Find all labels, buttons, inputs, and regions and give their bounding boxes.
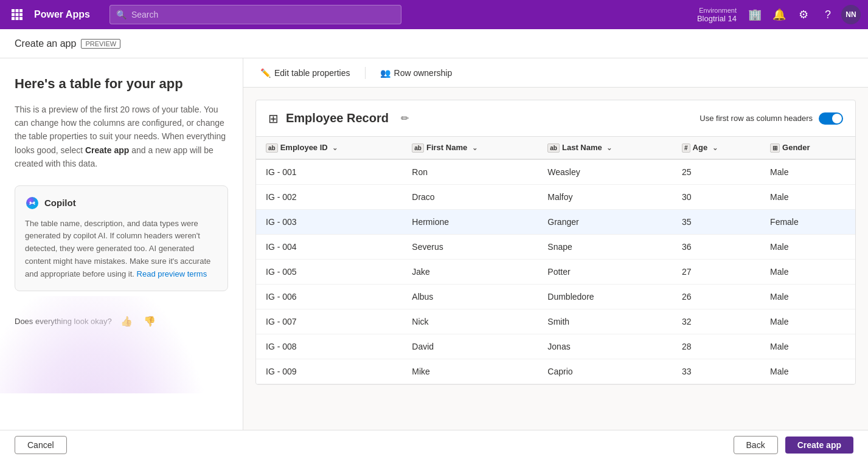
col-age[interactable]: #Age ⌄ (672, 137, 760, 159)
svg-point-11 (33, 201, 35, 203)
bg-arc-shape (0, 296, 213, 393)
col-gender[interactable]: ⊞Gender (760, 137, 855, 159)
cell-employee-id: IG - 001 (256, 159, 402, 185)
avatar[interactable]: NN (841, 5, 861, 24)
row-ownership-button[interactable]: 👥 Row ownership (373, 64, 460, 81)
table-row[interactable]: IG - 006 Albus Dumbledore 26 Male (256, 285, 855, 309)
table-row[interactable]: IG - 002 Draco Malfoy 30 Male (256, 185, 855, 210)
cell-last-name: Caprio (538, 359, 672, 384)
cell-last-name: Weasley (538, 159, 672, 185)
cell-first-name: Jake (402, 260, 538, 285)
sort-last-name-icon: ⌄ (606, 144, 612, 151)
cell-age: 28 (672, 334, 760, 359)
nav-right-section: Environment Blogtrial 14 🏢 🔔 ⚙ ? NN (697, 4, 861, 26)
environment-info: Environment Blogtrial 14 (697, 7, 737, 23)
svg-rect-7 (16, 17, 19, 20)
cell-employee-id: IG - 007 (256, 309, 402, 334)
main-layout: Here's a table for your app This is a pr… (0, 58, 868, 430)
feedback-row: Does everything look okay? 👍 👎 (15, 313, 228, 330)
cell-last-name: Malfoy (538, 185, 672, 210)
right-panel: ✏️ Edit table properties 👥 Row ownership… (243, 58, 868, 430)
cell-last-name: Potter (538, 260, 672, 285)
cell-last-name: Smith (538, 309, 672, 334)
cell-employee-id: IG - 009 (256, 359, 402, 384)
environment-label: Environment (699, 7, 737, 14)
svg-rect-3 (12, 13, 15, 16)
table-row[interactable]: IG - 009 Mike Caprio 33 Male (256, 359, 855, 384)
preview-terms-link[interactable]: Read preview terms (137, 269, 207, 278)
background-decoration (0, 296, 243, 393)
cell-employee-id: IG - 002 (256, 185, 402, 210)
employee-table: abEmployee ID ⌄ abFirst Name ⌄ abLast Na… (256, 137, 855, 384)
bottom-bar: Cancel Back Create app (0, 430, 868, 459)
edit-table-title-button[interactable]: ✏ (396, 110, 414, 126)
svg-rect-8 (19, 17, 23, 20)
edit-icon: ✏️ (260, 68, 271, 78)
search-icon: 🔍 (116, 10, 127, 19)
left-panel-title: Here's a table for your app (15, 75, 228, 93)
help-icon[interactable]: ? (817, 4, 839, 26)
cell-gender: Male (760, 260, 855, 285)
table-row[interactable]: IG - 007 Nick Smith 32 Male (256, 309, 855, 334)
sort-employee-id-icon: ⌄ (332, 144, 338, 151)
cell-first-name: Ron (402, 159, 538, 185)
cell-first-name: Nick (402, 309, 538, 334)
cell-gender: Male (760, 285, 855, 309)
back-button[interactable]: Back (734, 436, 778, 454)
notifications-icon[interactable]: 🔔 (768, 4, 790, 26)
feedback-label: Does everything look okay? (15, 317, 112, 326)
cell-last-name: Granger (538, 210, 672, 235)
cell-age: 32 (672, 309, 760, 334)
table-card: ⊞ Employee Record ✏ Use first row as col… (255, 100, 856, 385)
col-employee-id-label: Employee ID (280, 143, 328, 152)
table-row[interactable]: IG - 004 Severus Snape 36 Male (256, 235, 855, 260)
create-app-button[interactable]: Create app (785, 437, 853, 454)
edit-table-label: Edit table properties (274, 68, 350, 78)
table-row[interactable]: IG - 008 David Jonas 28 Male (256, 334, 855, 359)
cell-employee-id: IG - 008 (256, 334, 402, 359)
table-body: IG - 001 Ron Weasley 25 Male IG - 002 Dr… (256, 159, 855, 384)
edit-table-properties-button[interactable]: ✏️ Edit table properties (253, 64, 358, 81)
table-container: ⊞ Employee Record ✏ Use first row as col… (243, 88, 868, 430)
col-employee-id[interactable]: abEmployee ID ⌄ (256, 137, 402, 159)
cell-age: 26 (672, 285, 760, 309)
svg-point-10 (30, 201, 32, 203)
sort-first-name-icon: ⌄ (472, 144, 477, 151)
table-row[interactable]: IG - 001 Ron Weasley 25 Male (256, 159, 855, 185)
cell-last-name: Dumbledore (538, 285, 672, 309)
thumbs-up-button[interactable]: 👍 (118, 313, 135, 330)
svg-rect-2 (19, 9, 23, 12)
cancel-button[interactable]: Cancel (15, 436, 67, 454)
copilot-header: Copilot (25, 196, 218, 210)
cell-gender: Male (760, 185, 855, 210)
col-last-name[interactable]: abLast Name ⌄ (538, 137, 672, 159)
cell-employee-id: IG - 005 (256, 260, 402, 285)
cell-gender: Male (760, 359, 855, 384)
table-row[interactable]: IG - 003 Hermione Granger 35 Female (256, 210, 855, 235)
cell-age: 33 (672, 359, 760, 384)
svg-rect-0 (12, 9, 15, 12)
first-row-header-toggle[interactable] (819, 112, 843, 125)
thumbs-down-button[interactable]: 👎 (141, 313, 158, 330)
search-bar[interactable]: 🔍 (109, 5, 401, 24)
environment-icon[interactable]: 🏢 (744, 4, 766, 26)
row-ownership-icon: 👥 (380, 68, 391, 78)
sub-header: Create an app PREVIEW (0, 29, 868, 58)
cell-employee-id: IG - 003 (256, 210, 402, 235)
cell-last-name: Jonas (538, 334, 672, 359)
table-row[interactable]: IG - 005 Jake Potter 27 Male (256, 260, 855, 285)
table-scroll-wrapper[interactable]: abEmployee ID ⌄ abFirst Name ⌄ abLast Na… (256, 137, 855, 384)
cell-age: 36 (672, 235, 760, 260)
cell-gender: Male (760, 309, 855, 334)
col-last-name-label: Last Name (562, 143, 602, 152)
toggle-section: Use first row as column headers (700, 112, 843, 125)
svg-rect-4 (16, 13, 19, 16)
col-first-name[interactable]: abFirst Name ⌄ (402, 137, 538, 159)
app-launcher-icon[interactable] (7, 5, 27, 24)
cell-first-name: Mike (402, 359, 538, 384)
brand-name: Power Apps (34, 9, 90, 20)
search-input[interactable] (131, 10, 395, 19)
cell-age: 27 (672, 260, 760, 285)
preview-badge: PREVIEW (81, 39, 120, 49)
settings-icon[interactable]: ⚙ (793, 4, 814, 26)
